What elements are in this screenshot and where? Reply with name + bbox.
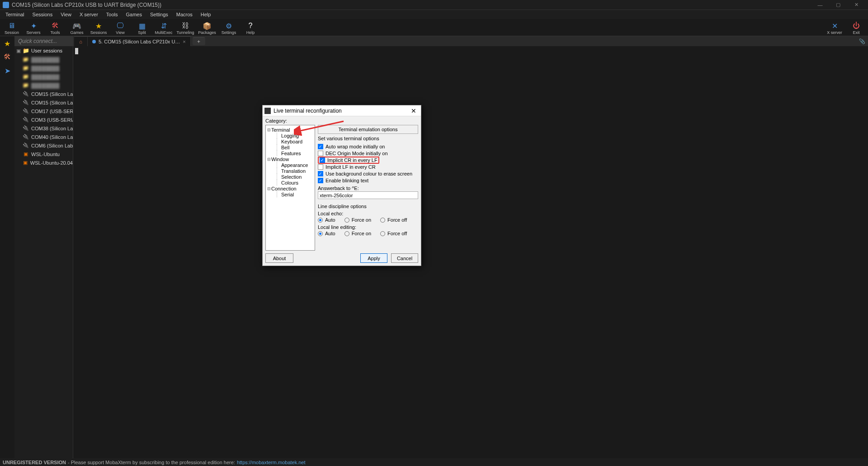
session-item[interactable]: 🔌COM17 (USB-SERIAL C: [14, 107, 73, 115]
close-button[interactable]: ✕: [847, 0, 865, 10]
toolbar-settings[interactable]: ⚙Settings: [219, 21, 239, 36]
session-item[interactable]: 🔌COM40 (Silicon Labs CP: [14, 133, 73, 141]
send-icon[interactable]: ➤: [3, 66, 12, 75]
tree-colours[interactable]: Colours: [267, 180, 314, 185]
tree-terminal[interactable]: ⊟Terminal: [267, 127, 314, 133]
toolbar-multiexec[interactable]: ⇵MultiExec: [154, 21, 174, 36]
x server-icon: ✕: [830, 22, 839, 30]
checkbox-label: DEC Origin Mode initially on: [326, 151, 388, 156]
serial-icon: 🔌: [23, 100, 29, 106]
tree-serial[interactable]: Serial: [267, 191, 314, 197]
favorites-icon[interactable]: ★: [3, 39, 12, 48]
radio-echo-auto[interactable]: Auto: [318, 217, 335, 223]
maximize-button[interactable]: ▢: [829, 0, 847, 10]
session-item[interactable]: 📁████████: [14, 55, 73, 64]
local-echo-label: Local echo:: [318, 211, 418, 216]
session-item[interactable]: 📁████████: [14, 72, 73, 81]
answerback-input[interactable]: [318, 191, 418, 199]
menu-tools[interactable]: Tools: [103, 11, 122, 18]
view-icon: 🖵: [116, 22, 124, 30]
toolbar-tools[interactable]: 🛠Tools: [45, 21, 65, 36]
dialog-titlebar[interactable]: Live terminal reconfiguration ✕: [263, 105, 421, 116]
toolbar-games[interactable]: 🎮Games: [67, 21, 87, 36]
toolbar-tunneling[interactable]: ⛓Tunneling: [175, 21, 195, 36]
collapse-icon[interactable]: ⊟: [267, 186, 271, 191]
session-item[interactable]: 🔌COM38 (Silicon Labs CP: [14, 124, 73, 133]
collapse-icon[interactable]: ⊟: [267, 157, 271, 162]
menu-sessions[interactable]: Sessions: [29, 11, 57, 18]
tree-logging[interactable]: Logging: [267, 133, 314, 138]
attach-icon[interactable]: 📎: [859, 36, 868, 46]
session-label: WSL-Ubuntu: [31, 152, 60, 157]
toolbar-session[interactable]: 🖥Session: [2, 21, 22, 36]
about-button[interactable]: About: [265, 253, 293, 263]
session-item[interactable]: ▣WSL-Ubuntu-20.04: [14, 158, 73, 167]
checkbox[interactable]: ✓: [318, 171, 323, 176]
menu-help[interactable]: Help: [197, 11, 215, 18]
tab-com15[interactable]: 5. COM15 (Silicon Labs CP210x U… ×: [88, 36, 191, 46]
tree-selection[interactable]: Selection: [267, 174, 314, 180]
apply-button[interactable]: Apply: [360, 253, 387, 263]
menu-settings[interactable]: Settings: [146, 11, 172, 18]
tree-bell[interactable]: Bell: [267, 144, 314, 150]
tree-features[interactable]: Features: [267, 150, 314, 156]
collapse-icon[interactable]: ⊟: [267, 128, 271, 132]
dialog-close-button[interactable]: ✕: [408, 106, 419, 115]
terminal-area[interactable]: [73, 46, 868, 459]
tab-close-icon[interactable]: ×: [183, 39, 185, 44]
sidebar: Quick connect... ▣ 📁 User sessions 📁████…: [14, 36, 73, 459]
new-tab-button[interactable]: ＋: [193, 37, 205, 45]
session-item[interactable]: 🔌COM3 (USB-SERIAL CH: [14, 115, 73, 124]
radio-line-force-on[interactable]: Force on: [344, 231, 371, 236]
toolbar-help[interactable]: ?Help: [241, 21, 260, 36]
tree-appearance[interactable]: Appearance: [267, 162, 314, 168]
toolbar-packages[interactable]: 📦Packages: [197, 21, 217, 36]
tree-connection[interactable]: ⊟Connection: [267, 185, 314, 191]
tools-icon[interactable]: 🛠: [3, 52, 12, 62]
checkbox[interactable]: ✓: [318, 144, 323, 149]
radio-line-auto[interactable]: Auto: [318, 231, 335, 236]
option-implicit-cr-in-every-lf[interactable]: ✓Implicit CR in every LF: [318, 157, 418, 163]
option-enable-blinking-text[interactable]: ✓Enable blinking text: [318, 177, 418, 184]
quick-connect-input[interactable]: Quick connect...: [14, 36, 73, 46]
session-item[interactable]: 📁████████: [14, 64, 73, 72]
option-implicit-lf-in-every-cr[interactable]: Implicit LF in every CR: [318, 163, 418, 170]
menu-x-server[interactable]: X server: [76, 11, 102, 18]
toolbar-view[interactable]: 🖵View: [110, 21, 130, 36]
tree-keyboard[interactable]: Keyboard: [267, 138, 314, 144]
option-use-background-colour-to-erase-screen[interactable]: ✓Use background colour to erase screen: [318, 170, 418, 177]
toolbar-split[interactable]: ▦Split: [132, 21, 152, 36]
checkbox[interactable]: ✓: [320, 157, 325, 163]
session-item[interactable]: ▣WSL-Ubuntu: [14, 150, 73, 158]
radio-echo-force-off[interactable]: Force off: [380, 217, 407, 223]
tree-window[interactable]: ⊟Window: [267, 156, 314, 162]
home-tab[interactable]: ⌂: [74, 36, 88, 46]
radio-echo-force-on[interactable]: Force on: [344, 217, 371, 223]
option-auto-wrap-mode-initially-on[interactable]: ✓Auto wrap mode initially on: [318, 143, 418, 150]
menu-games[interactable]: Games: [123, 11, 146, 18]
radio-line-force-off[interactable]: Force off: [380, 231, 407, 236]
menu-view[interactable]: View: [57, 11, 75, 18]
toolbar-exit[interactable]: ⏻Exit: [846, 21, 866, 36]
menu-macros[interactable]: Macros: [173, 11, 196, 18]
minimize-button[interactable]: —: [811, 0, 829, 10]
category-tree[interactable]: ⊟TerminalLoggingKeyboardBellFeatures⊟Win…: [265, 125, 315, 251]
option-dec-origin-mode-initially-on[interactable]: DEC Origin Mode initially on: [318, 150, 418, 157]
sessions-header[interactable]: ▣ 📁 User sessions: [14, 46, 73, 55]
radio-label: Force off: [387, 217, 407, 223]
session-item[interactable]: 🔌COM15 (Silicon Labs CP: [14, 98, 73, 107]
session-item[interactable]: 🔌COM15 (Silicon Labs CP: [14, 90, 73, 98]
session-item[interactable]: 📁████████: [14, 81, 73, 90]
checkbox[interactable]: [318, 164, 323, 170]
tree-translation[interactable]: Translation: [267, 168, 314, 174]
session-label: WSL-Ubuntu-20.04: [30, 160, 73, 166]
toolbar-x server[interactable]: ✕X server: [825, 21, 844, 36]
toolbar-sessions[interactable]: ★Sessions: [89, 21, 108, 36]
status-link[interactable]: https://mobaxterm.mobatek.net: [237, 460, 306, 465]
toolbar-servers[interactable]: ✦Servers: [24, 21, 43, 36]
checkbox[interactable]: ✓: [318, 178, 323, 183]
menu-terminal[interactable]: Terminal: [2, 11, 28, 18]
cancel-button[interactable]: Cancel: [391, 253, 418, 263]
session-item[interactable]: 🔌COM6 (Silicon Labs CP2: [14, 141, 73, 150]
checkbox[interactable]: [318, 151, 323, 156]
